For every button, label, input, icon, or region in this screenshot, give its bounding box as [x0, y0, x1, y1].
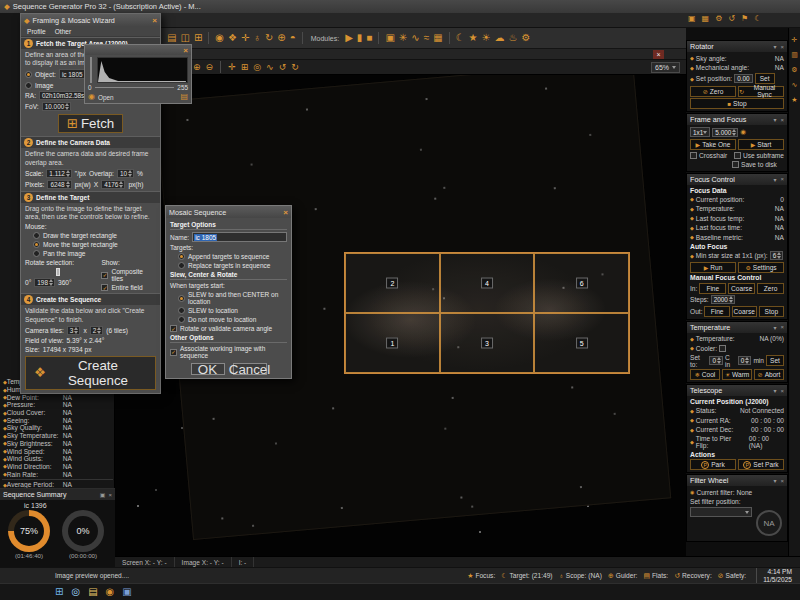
- no-move-radio[interactable]: [178, 316, 185, 323]
- mosaic-tile-grid[interactable]: 2 4 6 1 3 5: [345, 253, 629, 373]
- mosaic-tile[interactable]: 2: [345, 253, 440, 313]
- app-icon[interactable]: ▣: [122, 587, 131, 597]
- set-position-button[interactable]: Set: [755, 73, 775, 84]
- ra-input[interactable]: 02h10m32.58s: [39, 91, 87, 100]
- histogram-icon[interactable]: ∿: [411, 33, 419, 43]
- close-icon[interactable]: ×: [780, 117, 784, 123]
- set-temp-button[interactable]: Set: [766, 355, 784, 366]
- cool-button[interactable]: ❄Cool: [690, 369, 720, 380]
- entire-field-checkbox[interactable]: ✓: [101, 284, 108, 291]
- frame-focus-icon[interactable]: ▣: [385, 33, 394, 43]
- gear-icon[interactable]: ⚙: [791, 66, 797, 73]
- stretch-icon[interactable]: ∿: [266, 63, 274, 72]
- graph-icon[interactable]: ∿: [792, 81, 798, 88]
- set-position-input[interactable]: 0.00: [734, 74, 752, 83]
- cooler-checkbox[interactable]: [719, 345, 726, 352]
- close-icon[interactable]: ×: [780, 324, 784, 330]
- move-rectangle-radio[interactable]: [33, 241, 40, 248]
- cool-minutes-spinner[interactable]: 0: [738, 356, 752, 365]
- take-one-button[interactable]: ▶Take One: [690, 139, 736, 150]
- mosaic-tile[interactable]: 6: [534, 253, 629, 313]
- slider-thumb[interactable]: [56, 268, 60, 276]
- mosaic-tile[interactable]: 5: [534, 313, 629, 373]
- file-explorer-icon[interactable]: ▤: [88, 587, 97, 597]
- save-icon[interactable]: ⊞: [194, 33, 202, 43]
- zero-button[interactable]: ⊘Zero: [690, 86, 736, 97]
- close-icon[interactable]: ×: [780, 44, 784, 50]
- grid-overlay-icon[interactable]: ⊞: [241, 63, 249, 72]
- rotate-ccw-icon[interactable]: ↺: [279, 63, 287, 72]
- start-button[interactable]: ⊞: [55, 587, 63, 597]
- zoom-in-icon[interactable]: ⊕: [193, 63, 201, 72]
- tiles-high-spinner[interactable]: 2: [90, 326, 104, 335]
- close-icon[interactable]: ×: [780, 478, 784, 484]
- refresh-icon[interactable]: ↺: [728, 15, 735, 23]
- focuser-icon[interactable]: ✛: [241, 33, 249, 43]
- object-radio[interactable]: [25, 71, 32, 78]
- crosshair-icon[interactable]: ◎: [253, 63, 261, 72]
- focus-out-coarse-button[interactable]: Coarse: [732, 306, 757, 317]
- menu-other[interactable]: Other: [55, 28, 72, 35]
- star-icon[interactable]: ★: [469, 33, 478, 43]
- mosaic-tile[interactable]: 3: [440, 313, 535, 373]
- flag-icon[interactable]: ⚑: [741, 15, 748, 23]
- sequence-icon[interactable]: ▤: [167, 33, 176, 43]
- slew-only-radio[interactable]: [178, 307, 185, 314]
- panels-icon[interactable]: ▥: [791, 51, 798, 58]
- ok-button[interactable]: OK: [191, 363, 225, 375]
- collapse-icon[interactable]: ▾: [773, 387, 776, 394]
- pan-image-radio[interactable]: [33, 250, 40, 257]
- open-folder-icon[interactable]: ▤: [180, 93, 188, 101]
- menu-profile[interactable]: Profile: [27, 28, 46, 35]
- close-icon[interactable]: ×: [780, 388, 784, 394]
- alerts-icon[interactable]: ♨: [508, 33, 517, 43]
- close-icon[interactable]: ×: [152, 16, 157, 25]
- rotate-degrees-spinner[interactable]: 198: [34, 278, 55, 287]
- fov-spinner[interactable]: 10.000: [42, 102, 72, 111]
- grid-icon[interactable]: ▦: [702, 15, 710, 23]
- focus-zero-button[interactable]: Zero: [757, 283, 784, 294]
- pixels-width-spinner[interactable]: 6248: [47, 180, 71, 189]
- manual-sync-button[interactable]: ↻Manual Sync: [738, 86, 784, 97]
- star-icon[interactable]: ★: [791, 96, 797, 103]
- rotate-cw-icon[interactable]: ↻: [291, 63, 299, 72]
- zoom-level-dropdown[interactable]: 65%: [651, 62, 680, 73]
- autofocus-run-button[interactable]: ▶Run: [690, 262, 736, 273]
- moon-icon[interactable]: ☾: [754, 15, 761, 23]
- rotate-validate-checkbox[interactable]: ✓: [170, 325, 177, 332]
- overlap-spinner[interactable]: 10: [117, 169, 134, 178]
- set-park-button[interactable]: PSet Park: [738, 459, 784, 470]
- collapse-icon[interactable]: ▾: [773, 176, 776, 183]
- mosaic-tile[interactable]: 4: [440, 253, 535, 313]
- crosshair-checkbox[interactable]: [690, 152, 697, 159]
- close-icon[interactable]: ×: [183, 46, 188, 55]
- steps-spinner[interactable]: 2000: [711, 295, 735, 304]
- settings-icon[interactable]: ⚙: [715, 15, 722, 23]
- stats-icon[interactable]: ≈: [424, 33, 430, 43]
- focus-in-fine-button[interactable]: Fine: [699, 283, 726, 294]
- append-targets-radio[interactable]: [178, 253, 185, 260]
- zoom-out-icon[interactable]: ⊖: [206, 63, 214, 72]
- pan-icon[interactable]: ✛: [228, 63, 236, 72]
- abort-button[interactable]: ⊘Abort: [754, 369, 784, 380]
- rotator-icon[interactable]: ↻: [265, 33, 273, 43]
- tiles-wide-spinner[interactable]: 3: [67, 326, 81, 335]
- system-clock[interactable]: 4:14 PM 11/5/2025: [756, 568, 800, 583]
- close-icon[interactable]: ×: [283, 208, 288, 217]
- image-radio[interactable]: [25, 82, 32, 89]
- fetch-button[interactable]: ⊞Fetch: [58, 114, 124, 133]
- save-to-disk-checkbox[interactable]: [732, 161, 739, 168]
- stop-icon[interactable]: ■: [366, 33, 372, 43]
- sun-icon[interactable]: ☀: [482, 33, 491, 43]
- autofocus-settings-button[interactable]: ⚙Settings: [738, 262, 784, 273]
- open-profile-icon[interactable]: ◫: [180, 33, 189, 43]
- rotator-stop-button[interactable]: ■Stop: [690, 98, 784, 109]
- associate-image-checkbox[interactable]: ✓: [170, 349, 177, 356]
- run-icon[interactable]: ▶: [345, 33, 353, 43]
- focus-stop-button[interactable]: Stop: [759, 306, 784, 317]
- draw-rectangle-radio[interactable]: [33, 232, 40, 239]
- replace-targets-radio[interactable]: [178, 262, 185, 269]
- collapse-icon[interactable]: ▾: [773, 324, 776, 331]
- pause-icon[interactable]: ▮: [357, 33, 363, 43]
- histogram-titlebar[interactable]: ×: [85, 45, 191, 55]
